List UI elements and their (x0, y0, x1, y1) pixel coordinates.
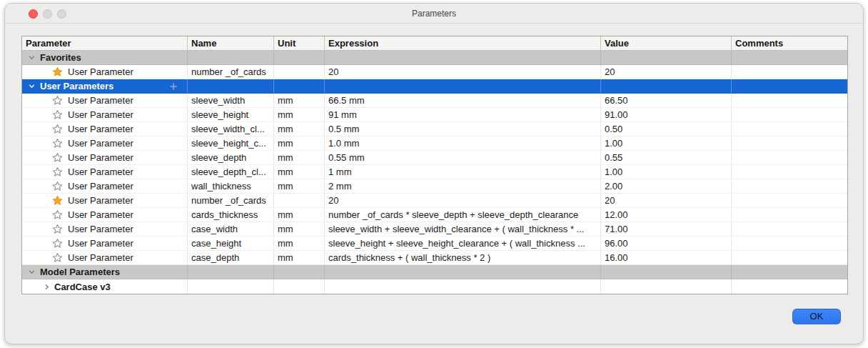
parameter-cell: User Parameter (22, 122, 188, 136)
parameter-cell: User Parameter (22, 194, 188, 207)
value-cell-text: 96.00 (605, 238, 628, 249)
component-row[interactable]: CardCase v3 (22, 279, 847, 294)
column-header-unit[interactable]: Unit (274, 36, 325, 50)
chevron-down-icon[interactable] (28, 54, 36, 61)
name-cell: case_height (188, 237, 274, 250)
star-icon[interactable] (52, 124, 63, 134)
parameter-cell: User Parameter (22, 222, 188, 236)
parameter-row[interactable]: User Parameterwall_thicknessmm2 mm2.00 (22, 179, 847, 194)
name-cell: case_depth (188, 251, 274, 264)
name-cell-text: sleeve_depth_cl... (191, 166, 266, 177)
title-bar: Parameters (5, 4, 863, 24)
parameter-row[interactable]: User Parametercards_thicknessmmnumber _o… (22, 208, 847, 222)
column-header-parameter[interactable]: Parameter (22, 36, 188, 50)
column-header-name[interactable]: Name (188, 36, 274, 50)
name-cell-text: case_height (191, 238, 241, 249)
unit-cell-text: mm (278, 209, 293, 220)
value-cell-text: 66.50 (605, 95, 628, 106)
add-parameter-icon[interactable] (169, 82, 178, 91)
value-cell: 91.00 (601, 108, 732, 121)
expression-cell: 20 (325, 194, 601, 207)
comments-cell (732, 179, 847, 193)
star-icon[interactable] (52, 209, 63, 220)
comments-cell (732, 94, 847, 107)
value-cell: 20 (601, 194, 732, 207)
star-icon[interactable] (52, 152, 63, 163)
expression-cell-text: 0.55 mm (328, 152, 365, 163)
star-icon[interactable] (52, 109, 63, 120)
name-cell (188, 279, 274, 294)
star-icon[interactable] (52, 166, 63, 177)
parameter-cell: Model Parameters (22, 265, 188, 279)
close-button[interactable] (29, 9, 38, 19)
expression-cell-text: 91 mm (328, 109, 357, 120)
table-header: Parameter Name Unit Expression Value Com… (22, 36, 847, 51)
unit-cell: mm (274, 151, 325, 164)
star-icon[interactable] (52, 224, 63, 234)
row-label: User Parameter (68, 138, 133, 149)
parameter-row[interactable]: User Parametersleeve_heightmm91 mm91.00 (22, 108, 847, 122)
expression-cell: sleeve_height + sleeve_height_clearance … (325, 237, 601, 250)
star-icon[interactable] (52, 195, 63, 206)
value-cell: 2.00 (601, 179, 732, 193)
parameter-cell: User Parameter (22, 237, 188, 250)
name-cell-text: sleeve_height_c... (191, 138, 266, 149)
unit-cell: mm (274, 222, 325, 236)
parameter-row[interactable]: User Parametersleeve_depthmm0.55 mm0.55 (22, 151, 847, 165)
parameter-row[interactable]: User Parametercase_widthmmsleeve_width +… (22, 222, 847, 237)
expression-cell: 20 (325, 65, 601, 79)
minimize-button[interactable] (43, 9, 52, 19)
value-cell: 12.00 (601, 208, 732, 222)
star-icon[interactable] (52, 66, 63, 77)
row-label: User Parameter (68, 252, 133, 263)
star-icon[interactable] (52, 238, 63, 249)
name-cell: sleeve_height (188, 108, 274, 121)
parameters-dialog: Parameters Parameter Name Unit Expressio… (4, 3, 864, 344)
unit-cell-text: mm (278, 238, 293, 249)
row-label: User Parameter (68, 66, 133, 77)
value-cell (601, 79, 732, 93)
chevron-down-icon[interactable] (28, 82, 36, 90)
parameter-row[interactable]: User Parameternumber _of_cards2020 (22, 194, 847, 208)
column-header-value[interactable]: Value (601, 36, 732, 50)
star-icon[interactable] (52, 252, 63, 263)
star-icon[interactable] (52, 95, 63, 106)
unit-cell: mm (274, 136, 325, 150)
chevron-down-icon[interactable] (28, 268, 36, 276)
expression-cell (325, 79, 601, 93)
name-cell (188, 51, 274, 64)
parameter-row[interactable]: User Parametersleeve_widthmm66.5 mm66.50 (22, 94, 847, 108)
parameter-row[interactable]: User Parametercase_heightmmsleeve_height… (22, 237, 847, 251)
parameter-row[interactable]: User Parametersleeve_width_cl...mm0.5 mm… (22, 122, 847, 136)
parameter-row[interactable]: User Parametersleeve_height_c...mm1.0 mm… (22, 136, 847, 151)
name-cell-text: case_width (191, 224, 238, 234)
parameter-cell: User Parameters (22, 79, 188, 93)
unit-cell-text: mm (278, 181, 293, 192)
row-label: User Parameter (68, 166, 133, 177)
column-header-expression[interactable]: Expression (325, 36, 601, 50)
parameter-row[interactable]: User Parametercase_depthmmcards_thicknes… (22, 251, 847, 265)
parameter-row[interactable]: User Parameternumber _of_cards2020 (22, 65, 847, 79)
ok-button[interactable]: OK (792, 309, 841, 324)
chevron-right-icon[interactable] (43, 283, 51, 291)
zoom-button[interactable] (57, 9, 66, 19)
unit-cell-text: mm (278, 95, 293, 106)
star-icon[interactable] (52, 181, 63, 192)
value-cell: 20 (601, 65, 732, 79)
name-cell-text: sleeve_width (191, 95, 245, 106)
unit-cell: mm (274, 179, 325, 193)
name-cell-text: sleeve_width_cl... (191, 124, 265, 134)
column-header-comments[interactable]: Comments (732, 36, 847, 50)
section-row[interactable]: User Parameters (22, 79, 847, 94)
expression-cell-text: number _of_cards * sleeve_depth + sleeve… (328, 209, 578, 220)
expression-cell-text: 1.0 mm (328, 138, 359, 149)
parameter-row[interactable]: User Parametersleeve_depth_cl...mm1 mm1.… (22, 165, 847, 179)
expression-cell: 2 mm (325, 179, 601, 193)
section-row[interactable]: Model Parameters (22, 265, 847, 279)
row-label: User Parameters (40, 81, 113, 91)
section-row[interactable]: Favorites (22, 51, 847, 65)
comments-cell (732, 151, 847, 164)
row-label: User Parameter (68, 224, 133, 234)
star-icon[interactable] (52, 138, 63, 149)
comments-cell (732, 108, 847, 121)
